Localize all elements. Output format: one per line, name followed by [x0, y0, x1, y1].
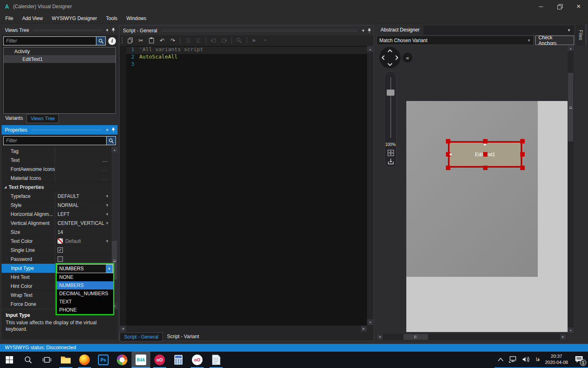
run-button[interactable]: ▶ — [250, 36, 258, 45]
resize-handle-ne[interactable] — [520, 139, 525, 144]
shift-right-button[interactable] — [220, 36, 228, 45]
editor-vertical-scrollbar[interactable]: ▲ ▼ — [367, 46, 373, 325]
move-handle-center[interactable] — [483, 152, 488, 157]
close-button[interactable]: × — [569, 0, 588, 13]
toolbar-grip[interactable] — [122, 37, 123, 44]
resize-handle-sw[interactable] — [446, 166, 450, 170]
dropdown-option-numbers[interactable]: NUMBERS — [57, 281, 113, 289]
copy-button[interactable] — [126, 36, 134, 45]
property-row-style[interactable]: Style NORMAL▼ — [2, 201, 111, 210]
ellipsis-button[interactable]: ... — [102, 175, 108, 181]
info-icon[interactable]: i — [108, 37, 116, 45]
tab-abstract-designer[interactable]: Abstract Designer — [376, 25, 423, 35]
tab-script-variant[interactable]: Script - Variant — [163, 332, 203, 341]
check-anchors-button[interactable]: Check Anchors — [535, 36, 574, 45]
property-row-size[interactable]: Size 14 — [2, 228, 111, 237]
menu-file[interactable]: File — [1, 13, 18, 24]
fit-to-screen-button[interactable] — [388, 150, 394, 156]
tab-files[interactable]: Files — [576, 25, 586, 46]
ellipsis-button[interactable]: ... — [102, 166, 108, 172]
app-oo-red-button[interactable]: oO — [150, 352, 169, 368]
scroll-right-arrow[interactable]: ▶ — [361, 326, 367, 332]
property-row-fontawesome[interactable]: FontAwesome Icons ... — [2, 165, 111, 174]
paste-button[interactable] — [147, 36, 156, 45]
start-button[interactable] — [0, 352, 19, 368]
taskbar-search-button[interactable] — [19, 352, 38, 368]
chevron-down-icon[interactable]: ▼ — [567, 28, 571, 32]
scrollbar-thumb[interactable] — [568, 73, 573, 141]
resize-handle-s[interactable] — [483, 166, 488, 170]
search-button[interactable] — [106, 136, 116, 145]
tree-node-activity[interactable]: Activity — [4, 47, 116, 55]
pan-navigation-pad[interactable] — [379, 47, 401, 69]
tray-clock[interactable]: 20:37 2020-04-08 — [545, 353, 568, 366]
scroll-down-arrow[interactable]: ▼ — [367, 319, 373, 325]
volume-icon[interactable] — [522, 356, 530, 363]
pin-icon[interactable] — [368, 28, 371, 33]
menu-tools[interactable]: Tools — [102, 13, 122, 24]
minimize-button[interactable]: ─ — [532, 0, 550, 13]
resize-handle-nw[interactable] — [446, 139, 450, 144]
tab-views-tree[interactable]: Views Tree — [27, 114, 59, 123]
toolbar-overflow-icon[interactable]: ▾ — [261, 36, 269, 45]
scroll-up-arrow[interactable]: ▲ — [568, 45, 574, 51]
property-row-vertical-alignment[interactable]: Vertical Alignment CENTER_VERTICAL▼ — [2, 219, 111, 228]
task-view-button[interactable] — [38, 352, 56, 368]
app-oo-white-button[interactable]: oO — [188, 352, 207, 368]
property-row-material[interactable]: Material Icons ... — [2, 174, 111, 183]
scroll-down-arrow[interactable]: ▼ — [568, 328, 574, 333]
search-button[interactable] — [96, 36, 106, 45]
dropdown-option-text[interactable]: TEXT — [57, 298, 113, 306]
zoom-slider-thumb[interactable] — [387, 90, 394, 96]
calculator-button[interactable] — [169, 352, 188, 368]
views-tree-filter-input[interactable] — [3, 36, 96, 45]
scroll-right-arrow[interactable]: ▶ — [560, 334, 566, 340]
property-row-text[interactable]: Text ... — [2, 156, 111, 165]
notification-center-button[interactable]: 1 — [573, 354, 585, 365]
tree-node-edittext1[interactable]: EditText1 — [4, 55, 116, 63]
scroll-left-arrow[interactable]: ◀ — [120, 326, 126, 332]
chevron-down-icon[interactable]: ▼ — [105, 239, 109, 243]
scroll-left-arrow[interactable]: ◀ — [377, 334, 383, 340]
menu-wysiwyg-designer[interactable]: WYSIWYG Designer — [47, 13, 102, 24]
combo-dropdown-button[interactable]: ▼ — [106, 265, 113, 273]
menu-add-view[interactable]: Add View — [18, 13, 47, 24]
editor-horizontal-scrollbar[interactable]: ◀ ▶ — [120, 325, 367, 332]
chevron-down-icon[interactable]: ▼ — [105, 221, 109, 225]
indent-button[interactable] — [184, 36, 192, 45]
ellipsis-button[interactable]: ... — [102, 157, 108, 163]
variant-selector-combobox[interactable]: Match Chosen Variant ▼ — [376, 36, 534, 45]
language-indicator[interactable]: فا — [536, 357, 539, 362]
checkbox-checked[interactable]: ✓ — [58, 247, 63, 253]
navicat-button[interactable] — [113, 352, 131, 368]
network-icon[interactable] — [509, 356, 517, 363]
property-group-text-properties[interactable]: ◢ Text Properties — [2, 183, 111, 192]
tab-script-general[interactable]: Script - General — [120, 332, 163, 341]
restore-button[interactable] — [550, 0, 569, 13]
photoshop-button[interactable]: Ps — [94, 352, 113, 368]
property-row-tag[interactable]: Tag — [2, 147, 111, 156]
chevron-down-icon[interactable]: ▼ — [105, 194, 109, 198]
code-editor[interactable]: 1 'All variants script 2 AutoScaleAll 3 — [120, 46, 367, 325]
properties-filter-input[interactable] — [3, 136, 106, 145]
tab-variants[interactable]: Variants — [2, 114, 27, 122]
dropdown-option-none[interactable]: NONE — [57, 273, 113, 281]
checkbox-unchecked[interactable] — [58, 256, 63, 262]
find-button[interactable] — [235, 36, 243, 45]
chevron-down-icon[interactable]: ▼ — [105, 203, 109, 207]
resize-handle-e[interactable] — [520, 152, 525, 157]
scroll-up-arrow[interactable]: ▲ — [367, 46, 373, 52]
pin-icon[interactable] — [111, 128, 115, 132]
collapse-button[interactable]: « — [403, 53, 412, 63]
import-layout-button[interactable] — [388, 158, 394, 165]
chevron-down-icon[interactable]: ▼ — [361, 29, 365, 33]
expand-triangle-icon[interactable]: ◢ — [4, 185, 7, 189]
property-row-horizontal-alignment[interactable]: Horizontal Alignm... LEFT▼ — [2, 210, 111, 219]
outdent-button[interactable] — [194, 36, 203, 45]
redo-button[interactable]: ↷ — [169, 36, 177, 45]
property-row-typeface[interactable]: Typeface DEFAULT▼ — [2, 192, 111, 201]
dropdown-option-decimal-numbers[interactable]: DECIMAL_NUMBERS — [57, 289, 113, 298]
shift-left-button[interactable] — [209, 36, 218, 45]
designer-horizontal-scrollbar[interactable]: ◀ ▶ — [376, 334, 567, 340]
chevron-down-icon[interactable]: ▼ — [105, 212, 109, 216]
